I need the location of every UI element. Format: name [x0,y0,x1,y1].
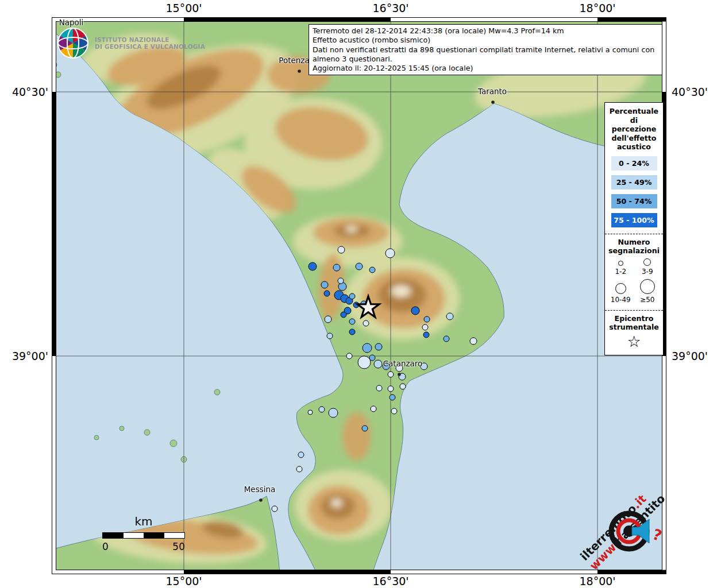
axis-label-left-2: 39°00' [12,350,48,362]
legend-title: Percentuale di percezione dell'effetto a… [607,107,661,152]
report-point [329,408,338,417]
report-point [400,384,406,389]
legend-class-3: 75 - 100% [611,213,657,227]
watermark-speaker-icon: ? [591,493,671,575]
event-title-line1: Terremoto del 28-12-2014 22:43:38 (ora l… [313,26,658,36]
legend-size-label: 10-49 [611,296,631,304]
report-point [272,506,277,512]
axis-label-top-3: 18°00' [579,2,615,14]
legend-size-circle [640,279,655,294]
scale-bar-segment [103,533,124,538]
axis-label-bottom-1: 15°00' [165,575,202,587]
scale-bar-rule [102,532,185,539]
city-dot-taranto [491,100,495,104]
scale-bar-end: 50 [172,541,185,552]
city-dot-catanzaro [398,373,401,376]
seismic-perception-map: 15°00' 16°30' 18°00' 15°00' 16°30' 18°00… [0,0,721,588]
report-point [422,324,428,330]
scale-bar-start: 0 [102,541,109,552]
report-point [362,425,368,431]
report-point [390,394,395,400]
legend-size-1: 3-9 [634,258,661,276]
report-point [388,372,394,377]
legend-size-label: 3-9 [642,268,653,276]
report-point [349,329,355,335]
report-point [298,452,304,458]
axis-label-left-1: 40°30' [12,86,48,98]
legend-size-label: 1-2 [615,268,626,276]
report-point [356,263,363,270]
axis-label-top-2: 16°30' [372,2,408,14]
ingv-logo: ISTITUTO NAZIONALE DI GEOFISICA E VULCAN… [55,25,205,61]
report-point [333,264,340,271]
ingv-name-line2: DI GEOFISICA E VULCANOLOGIA [95,43,205,51]
map-canvas [52,17,666,574]
report-point [411,307,419,315]
report-point [421,363,427,370]
report-point [374,360,382,368]
report-point [446,313,453,320]
legend-size-label: ≥50 [640,296,654,304]
report-point [321,281,328,288]
report-point [396,365,403,372]
epicenter-star-symbol: ☆ [607,333,661,350]
report-point [319,407,325,412]
scale-bar-unit: km [102,514,185,528]
report-point [325,316,331,323]
legend: Percentuale di percezione dell'effetto a… [604,102,664,355]
report-point [363,320,369,326]
event-title-box: Terremoto del 28-12-2014 22:43:38 (ora l… [309,24,662,75]
report-point [349,319,355,324]
report-point [391,408,397,414]
legend-class-0: 0 - 24% [611,156,657,171]
legend-epicenter-title: Epicentro strumentale [607,314,661,332]
legend-epicenter-section: Epicentro strumentale ☆ [605,310,663,350]
report-point [424,316,430,322]
report-point [327,333,333,339]
report-point [324,291,330,296]
report-point [308,410,313,415]
report-point [385,249,395,258]
city-dot-potenza [298,69,301,73]
scale-bar-segment [144,533,164,538]
report-point [338,278,344,284]
legend-size-circle [643,258,651,266]
legend-classes: 0 - 24%25 - 49%50 - 74%75 - 100% [607,156,661,227]
city-dot-messina [259,498,263,502]
scale-bar: km 0 50 [102,514,185,552]
event-title-line3: Dati non verificati estratti da 898 ques… [313,45,658,64]
report-point [383,363,390,370]
legend-size-2: 10-49 [607,283,634,304]
report-point [363,343,372,353]
report-point [388,386,394,392]
legend-size-circle [618,261,623,266]
event-title-line4: Aggiornato il: 20-12-2025 15:45 (ora loc… [313,64,658,73]
report-point [349,293,355,299]
legend-class-2: 50 - 74% [611,194,657,208]
report-point [375,343,382,350]
report-point [338,246,345,253]
legend-size-3: ≥50 [634,279,661,304]
legend-size-circle [615,283,626,294]
legend-class-1: 25 - 49% [611,175,657,189]
svg-text:?: ? [650,525,664,544]
legend-sizes-section: Numero segnalazioni 1-23-910-49≥50 [605,234,663,304]
legend-sizes-title: Numero segnalazioni [607,238,661,256]
report-point [470,338,477,345]
report-point [371,406,376,412]
ingv-name-line1: ISTITUTO NAZIONALE [95,36,205,44]
axis-label-bottom-2: 16°30' [372,575,408,587]
event-title-line2: Effetto acustico (rombo sismico) [313,36,658,45]
legend-size-0: 1-2 [607,261,634,276]
scale-bar-segment [124,533,144,538]
report-point [423,332,429,338]
axis-label-right-1: 40°30' [672,86,708,98]
axis-label-right-2: 39°00' [672,350,708,362]
axis-label-top-1: 15°00' [165,2,202,14]
ingv-globe-icon [55,25,91,61]
axis-label-bottom-3: 18°00' [579,575,615,587]
report-point [309,262,317,270]
report-point [346,353,352,359]
report-point [444,336,449,342]
report-point [376,385,382,391]
